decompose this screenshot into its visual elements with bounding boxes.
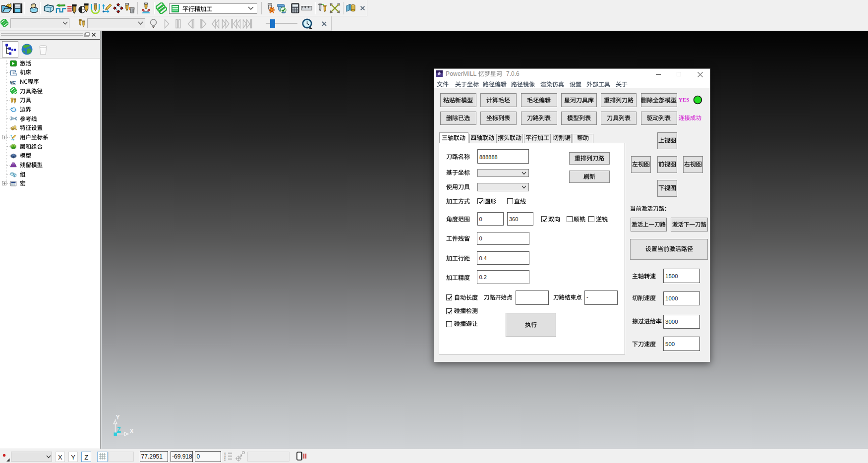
svg-text:Y: Y [116, 414, 120, 421]
svg-text:z: z [224, 458, 226, 461]
svg-text:NC: NC [10, 80, 16, 85]
svg-text:Z: Z [117, 426, 121, 433]
svg-text:X: X [130, 428, 134, 435]
